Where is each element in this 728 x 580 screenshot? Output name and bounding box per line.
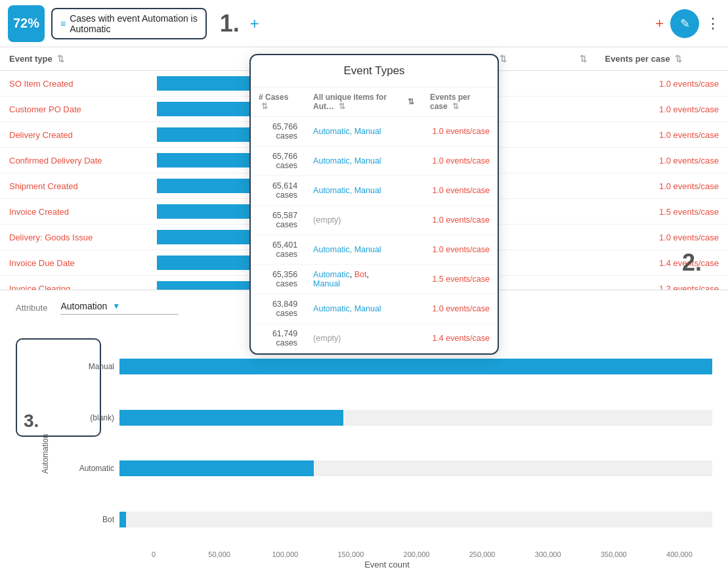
x-tick: 300,000 (515, 550, 581, 558)
popup-auto-cell: (empty) (305, 206, 400, 235)
step3-label: 3. (24, 411, 39, 432)
popup-epc-cell: 1.0 events/case (422, 294, 498, 324)
popup-row: 63,849 casesAutomatic, Manual1.0 events/… (251, 294, 498, 324)
x-tick: 0 (121, 550, 186, 558)
x-tick: 150,000 (318, 550, 383, 558)
filter-icon: ≡ (60, 18, 66, 29)
popup-col-filter[interactable]: ⇅ (400, 87, 422, 117)
col-events-per-case[interactable]: Events per case ⇅ (596, 47, 728, 71)
step1-label: 1. (220, 10, 240, 37)
popup-cases-cell: 65,614 cases (251, 176, 305, 206)
popup-table: # Cases ⇅ All unique items for Aut… ⇅ ⇅ … (251, 87, 498, 353)
row-filter-cell (568, 148, 596, 173)
sort-icon-epc: ⇅ (675, 54, 682, 64)
event-type-link[interactable]: Customer PO Date (9, 104, 81, 114)
add-tab-button[interactable]: + (250, 14, 259, 33)
popup-epc-cell: 1.0 events/case (422, 235, 498, 265)
events-per-case-cell: 1.0 events/case (596, 97, 728, 122)
popup-auto-cell: (empty) (305, 324, 400, 353)
popup-auto-cell: Automatic, Manual (305, 294, 400, 324)
event-type-cell: Invoice Due Date (0, 250, 154, 276)
event-type-cell: Confirmed Delivery Date (0, 148, 154, 173)
event-type-link[interactable]: Shipment Created (9, 181, 78, 191)
attribute-value: Automation (60, 301, 107, 311)
popup-epc-cell: 1.0 events/case (422, 176, 498, 206)
popup-epc-cell: 1.0 events/case (422, 117, 498, 146)
bars-container: Manual400,495 events(blank)151,110 event… (62, 338, 712, 548)
edit-button[interactable]: ✎ (670, 9, 699, 38)
filter-chip[interactable]: ≡ Cases with event Automation is Automat… (51, 8, 207, 39)
filter-icon-col: ⇅ (580, 54, 587, 64)
popup-cases-cell: 61,749 cases (251, 324, 305, 353)
events-per-case-cell: 1.0 events/case (596, 148, 728, 173)
popup-row: 65,401 casesAutomatic, Manual1.0 events/… (251, 235, 498, 265)
step3-box: 3. (16, 338, 101, 437)
popup-filter-cell (400, 235, 422, 265)
chart-inner: Manual400,495 events(blank)151,110 event… (55, 338, 712, 569)
header: 72% ≡ Cases with event Automation is Aut… (0, 0, 728, 47)
add-button[interactable]: + (655, 15, 664, 32)
x-tick: 50,000 (186, 550, 252, 558)
popup-filter-cell (400, 176, 422, 206)
popup-filter-cell (400, 206, 422, 235)
header-right: + ✎ ⋮ (655, 9, 720, 38)
event-type-link[interactable]: Invoice Clearing (9, 284, 70, 290)
more-button[interactable]: ⋮ (706, 15, 720, 32)
events-per-case-cell: 1.0 events/case (596, 225, 728, 250)
bar-track: 400,495 events (119, 359, 712, 374)
popup-filter-cell (400, 117, 422, 146)
event-type-cell: Delivery: Goods Issue (0, 225, 154, 250)
event-type-cell: Invoice Clearing (0, 276, 154, 290)
popup-cases-cell: 63,849 cases (251, 294, 305, 324)
col-filter[interactable]: ⇅ (568, 47, 596, 71)
event-type-link[interactable]: Confirmed Delivery Date (9, 156, 102, 166)
event-type-link[interactable]: Invoice Created (9, 207, 69, 217)
event-type-link[interactable]: Delivery: Goods Issue (9, 233, 93, 242)
events-per-case-cell: 1.0 events/case (596, 71, 728, 97)
sort-icon-event-type: ⇅ (57, 54, 64, 64)
event-type-cell: Delivery Created (0, 122, 154, 148)
popup-epc-cell: 1.5 events/case (422, 265, 498, 294)
popup-epc-cell: 1.0 events/case (422, 206, 498, 235)
bar-track: 151,110 events (119, 410, 712, 426)
popup-filter-cell (400, 265, 422, 294)
chart-bar-row: Manual400,495 events (62, 359, 712, 374)
row-filter-cell (568, 276, 596, 290)
popup-epc-cell: 1.0 events/case (422, 146, 498, 176)
popup-col-cases[interactable]: # Cases ⇅ (251, 87, 305, 117)
popup-cases-cell: 65,401 cases (251, 235, 305, 265)
popup-row: 61,749 cases(empty)1.4 events/case (251, 324, 498, 353)
popup-title: Event Types (251, 55, 498, 87)
event-type-link[interactable]: Delivery Created (9, 130, 73, 140)
event-type-cell: Customer PO Date (0, 97, 154, 122)
col-event-type[interactable]: Event type ⇅ (0, 47, 154, 71)
popup-col-automation[interactable]: All unique items for Aut… ⇅ (305, 87, 400, 117)
popup-sort-epc: ⇅ (452, 102, 459, 111)
popup-cases-cell: 65,356 cases (251, 265, 305, 294)
bar-fill (119, 460, 314, 476)
percent-badge: 72% (8, 5, 45, 42)
x-tick: 100,000 (252, 550, 318, 558)
popup-auto-cell: Automatic, Manual (305, 117, 400, 146)
y-axis-label: Automation (41, 434, 50, 474)
event-type-link[interactable]: Invoice Due Date (9, 258, 75, 268)
row-filter-cell (568, 173, 596, 199)
attribute-select[interactable]: Automation ▼ (60, 301, 179, 315)
events-per-case-cell: 1.5 events/case (596, 199, 728, 225)
popup-auto-cell: Automatic, Manual (305, 146, 400, 176)
sort-icon-automation: ⇅ (500, 54, 507, 64)
events-per-case-cell: 1.0 events/case (596, 122, 728, 148)
chart-bar-row: Bot4,264 events (62, 512, 712, 527)
filter-text-line1: Cases with event Automation is (70, 13, 198, 24)
events-per-case-cell: 1.0 events/case (596, 173, 728, 199)
popup-sort-auto: ⇅ (339, 102, 345, 111)
event-type-link[interactable]: SO Item Created (9, 79, 74, 89)
popup-filter-cell (400, 294, 422, 324)
bar-fill (119, 359, 712, 374)
popup-auto-cell: Automatic, Bot, Manual (305, 265, 400, 294)
x-axis: 050,000100,000150,000200,000250,000300,0… (121, 550, 712, 558)
row-filter-cell (568, 122, 596, 148)
row-filter-cell (568, 225, 596, 250)
row-filter-cell (568, 199, 596, 225)
popup-col-epc[interactable]: Events per case ⇅ (422, 87, 498, 117)
